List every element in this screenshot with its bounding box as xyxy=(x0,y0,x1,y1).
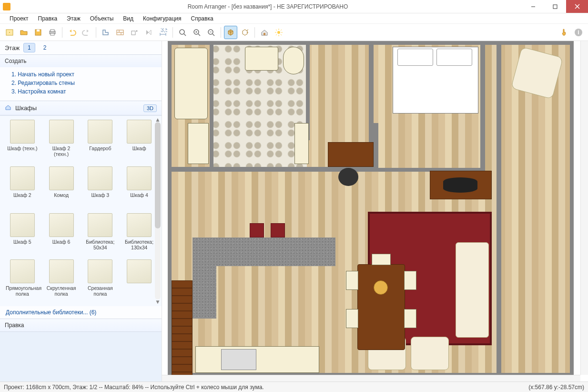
rotate-icon[interactable] xyxy=(128,26,141,39)
canvas-vscrollbar[interactable] xyxy=(580,41,588,375)
cabinet-icon xyxy=(127,166,152,190)
cabinet-icon xyxy=(49,213,74,237)
menu-config[interactable]: Конфигурация xyxy=(138,14,186,23)
cabinet-icon xyxy=(127,120,152,144)
view-gallery-icon[interactable] xyxy=(238,26,252,39)
svg-point-5 xyxy=(9,32,10,33)
list-item[interactable]: Скругленная полка xyxy=(43,259,80,304)
menu-help[interactable]: Справка xyxy=(186,14,218,23)
walls-list-icon[interactable] xyxy=(113,26,127,39)
create-edit-walls[interactable]: 2. Редактировать стены xyxy=(6,79,156,87)
floorplan-canvas[interactable] xyxy=(162,41,588,382)
list-item[interactable]: Шкаф xyxy=(121,120,158,165)
status-left: Проект: 1168cm x 700cm, Этаж: 1/2 -- Мас… xyxy=(4,384,528,391)
scroll-up-icon[interactable]: ▲ xyxy=(155,117,161,122)
library-scrollbar[interactable]: ▲ ▼ xyxy=(155,117,161,304)
redo-icon[interactable] xyxy=(80,26,93,39)
create-new-project[interactable]: 1. Начать новый проект xyxy=(6,70,156,79)
menu-objects[interactable]: Объекты xyxy=(85,14,119,23)
cabinet-icon xyxy=(49,120,74,144)
create-room-settings[interactable]: 3. Настройка комнат xyxy=(6,87,156,96)
zoom-in-icon[interactable] xyxy=(190,26,203,39)
edit-label: Правка xyxy=(5,322,24,329)
print-icon[interactable] xyxy=(46,26,59,39)
window-title: Room Arranger - [без названия*] - НЕ ЗАР… xyxy=(13,3,522,10)
zoom-fit-icon[interactable] xyxy=(176,26,189,39)
list-item[interactable]: Прямоугольная полка xyxy=(4,259,41,304)
info-icon[interactable]: i xyxy=(572,26,585,39)
cabinet-icon xyxy=(10,120,35,144)
list-item[interactable]: Шкаф 3 xyxy=(82,166,119,211)
app-icon xyxy=(3,3,10,10)
cabinet-icon xyxy=(127,213,152,237)
list-item[interactable]: Комод xyxy=(43,166,80,211)
library-3d-toggle[interactable]: 3D xyxy=(143,104,157,112)
library-grid: Шкаф (техн.) Шкаф 2 (техн.) Гардероб Шка… xyxy=(0,115,162,306)
svg-rect-9 xyxy=(51,30,54,31)
dimension-icon[interactable]: 3,5m xyxy=(156,26,170,39)
canvas-hscrollbar[interactable] xyxy=(162,375,580,382)
statusbar: Проект: 1168cm x 700cm, Этаж: 1/2 -- Мас… xyxy=(0,382,588,392)
cabinet-icon xyxy=(49,166,74,190)
list-item[interactable]: Шкаф 4 xyxy=(121,166,158,211)
wall-icon[interactable] xyxy=(99,26,112,39)
minimize-button[interactable] xyxy=(522,0,544,13)
zoom-out-icon[interactable] xyxy=(204,26,218,39)
cabinet-icon xyxy=(88,120,112,144)
save-icon[interactable] xyxy=(31,26,45,39)
svg-line-37 xyxy=(276,30,277,31)
close-button[interactable] xyxy=(566,0,588,13)
list-item[interactable]: Гардероб xyxy=(82,120,119,165)
scroll-down-icon[interactable]: ▼ xyxy=(155,299,161,304)
list-item[interactable]: Библиотека; 50x34 xyxy=(82,213,119,258)
svg-line-23 xyxy=(198,34,200,36)
svg-point-32 xyxy=(277,31,280,34)
extra-libraries-link[interactable]: Дополнительные библиотеки... (6) xyxy=(0,306,162,319)
create-label: Создать xyxy=(5,58,27,64)
maximize-button[interactable] xyxy=(544,0,566,13)
cabinet-icon xyxy=(10,259,35,283)
list-item[interactable]: Шкаф 5 xyxy=(4,213,41,258)
cabinet-icon xyxy=(88,166,112,190)
menu-project[interactable]: Проект xyxy=(5,14,33,23)
mirror-icon[interactable] xyxy=(142,26,155,39)
menu-floor[interactable]: Этаж xyxy=(62,14,85,23)
cabinet-icon xyxy=(88,259,112,283)
list-item[interactable]: Шкаф 2 xyxy=(4,166,41,211)
floor-2[interactable]: 2 xyxy=(39,43,51,52)
canvas-viewport[interactable] xyxy=(162,41,588,382)
svg-rect-1 xyxy=(553,5,557,9)
home-small-icon xyxy=(5,104,11,112)
home-export-icon[interactable] xyxy=(258,26,271,39)
edit-header[interactable]: Правка xyxy=(0,319,162,331)
open-icon[interactable] xyxy=(17,26,30,39)
toolbar: 3,5m i xyxy=(0,24,588,41)
menu-view[interactable]: Вид xyxy=(118,14,138,23)
svg-rect-10 xyxy=(51,33,54,35)
library-header[interactable]: Шкафы 3D xyxy=(0,101,162,115)
svg-point-20 xyxy=(180,30,184,34)
list-item[interactable]: Шкаф (техн.) xyxy=(4,120,41,165)
edit-panel xyxy=(0,331,162,382)
cabinet-icon xyxy=(10,213,35,237)
list-item[interactable]: Срезанная полка xyxy=(82,259,119,304)
svg-line-29 xyxy=(247,30,248,31)
floor-1[interactable]: 1 xyxy=(23,43,35,52)
svg-line-40 xyxy=(276,34,277,35)
list-item[interactable]: Шкаф 6 xyxy=(43,213,80,258)
undo-icon[interactable] xyxy=(65,26,79,39)
list-item[interactable]: Шкаф 2 (техн.) xyxy=(43,120,80,165)
menu-edit[interactable]: Правка xyxy=(33,14,62,23)
touch-icon[interactable] xyxy=(558,26,571,39)
view-3d-icon[interactable] xyxy=(224,26,237,39)
cabinet-icon xyxy=(49,259,74,283)
status-coords: (x:567.86 y:-28.57cm) xyxy=(528,384,584,391)
svg-line-39 xyxy=(281,30,282,31)
create-header[interactable]: Создать xyxy=(0,54,162,67)
render-icon[interactable] xyxy=(272,26,285,39)
svg-rect-7 xyxy=(37,30,40,31)
svg-line-21 xyxy=(184,34,186,36)
new-icon[interactable] xyxy=(3,26,16,39)
list-item[interactable]: Библиотека; 130x34 xyxy=(121,213,158,258)
list-item[interactable] xyxy=(121,259,158,304)
